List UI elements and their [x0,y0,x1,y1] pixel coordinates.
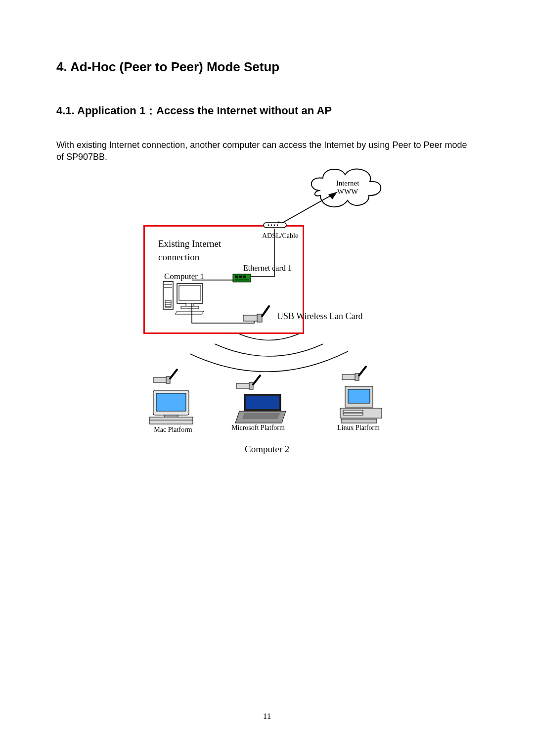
svg-rect-47 [348,389,370,403]
page-number: 11 [0,711,534,721]
svg-rect-39 [164,415,178,417]
svg-rect-50 [343,413,363,415]
svg-rect-38 [156,393,186,411]
svg-point-6 [274,225,275,226]
ms-platform-label: Microsoft Platform [228,424,288,432]
computer2-label: Computer 2 [245,444,289,455]
svg-marker-45 [242,413,280,419]
svg-rect-32 [249,382,253,389]
ms-usb-dongle-icon [235,374,263,390]
usb-card-label: USB Wireless Lan Card [277,311,362,322]
mac-usb-dongle-icon [152,368,179,384]
svg-rect-22 [179,285,201,300]
svg-rect-25 [243,315,259,321]
svg-rect-9 [235,276,238,278]
page: 4. Ad-Hoc (Peer to Peer) Mode Setup 4.1.… [0,0,534,756]
linux-usb-dongle-icon [341,365,368,381]
ms-laptop-icon [234,393,288,425]
svg-marker-43 [246,396,279,409]
svg-rect-11 [243,276,246,278]
mac-platform-label: Mac Platform [149,426,197,434]
svg-line-27 [262,306,269,316]
section-title: 4. Ad-Hoc (Peer to Peer) Mode Setup [56,59,480,75]
body-paragraph: With existing Internet connection, anoth… [56,139,477,163]
linux-platform-label: Linux Platform [331,424,386,432]
usb-wireless-card-icon [242,304,272,324]
svg-line-30 [170,370,177,378]
svg-point-4 [268,225,269,226]
svg-point-5 [271,225,272,226]
svg-line-33 [253,376,260,384]
svg-rect-12 [235,279,249,281]
svg-rect-14 [163,282,173,309]
wireless-waves-icon [190,324,348,364]
ethernet-card-label: Ethernet card 1 [243,264,292,273]
svg-marker-2 [328,192,337,199]
svg-line-36 [359,367,366,376]
linux-computer-icon [340,385,385,425]
svg-rect-51 [341,419,377,423]
svg-point-7 [277,225,278,226]
svg-rect-29 [166,377,170,383]
mac-computer-icon [149,388,197,426]
modem-icon [263,221,287,229]
svg-rect-10 [239,276,242,278]
subsection-title: 4.1. Application 1：Access the Internet w… [56,103,480,118]
svg-rect-26 [257,314,262,322]
network-diagram: InternetWWW Existing Internet connection… [143,166,420,458]
svg-rect-35 [355,374,359,380]
svg-rect-40 [149,417,193,424]
svg-rect-49 [343,410,363,412]
